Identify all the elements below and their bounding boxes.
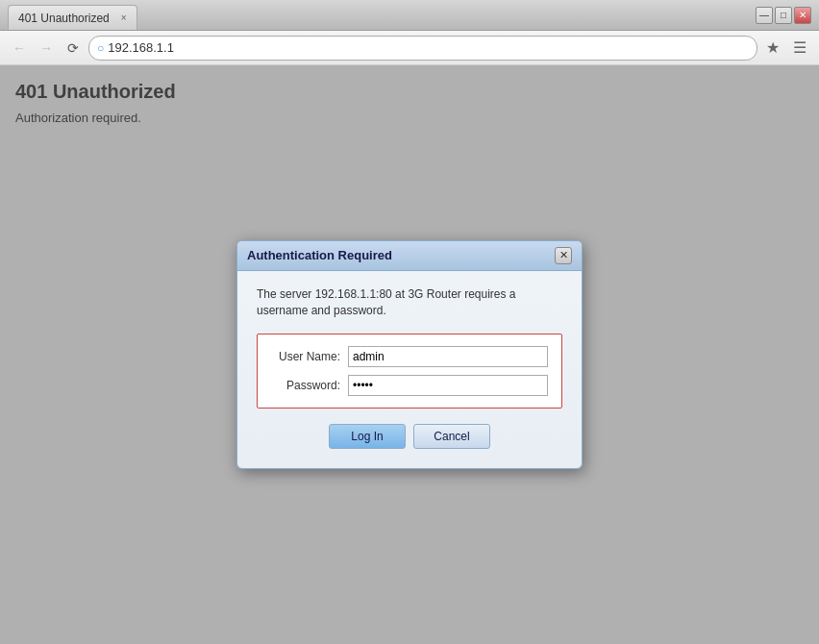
address-input[interactable] [108,40,749,55]
title-bar: 401 Unauthorized × — □ ✕ [0,0,819,31]
fields-container: User Name: Password: [257,334,562,409]
forward-button[interactable]: → [35,37,58,60]
login-button[interactable]: Log In [329,424,406,449]
nav-right-icons: ★ ☰ [761,37,811,60]
dialog-titlebar: Authentication Required ✕ [237,241,582,271]
browser-tab[interactable]: 401 Unauthorized × [8,5,137,30]
menu-icon[interactable]: ☰ [788,37,811,60]
cancel-button[interactable]: Cancel [413,424,490,449]
bookmark-icon[interactable]: ★ [761,37,784,60]
dialog-buttons: Log In Cancel [257,424,562,453]
address-bar-container[interactable]: ○ [88,36,757,61]
tab-close-btn[interactable]: × [117,12,131,25]
auth-dialog: Authentication Required ✕ The server 192… [236,240,583,470]
window-controls: — □ ✕ [748,0,819,30]
address-icon: ○ [97,41,104,55]
username-row: User Name: [271,346,548,367]
tab-bar: 401 Unauthorized × [0,0,748,30]
browser-window: 401 Unauthorized × — □ ✕ ← → ⟳ ○ ★ ☰ 401… [0,0,819,644]
nav-bar: ← → ⟳ ○ ★ ☰ [0,31,819,65]
reload-button[interactable]: ⟳ [62,37,85,60]
close-button[interactable]: ✕ [794,7,811,24]
username-input[interactable] [348,346,548,367]
dialog-message: The server 192.168.1.1:80 at 3G Router r… [257,286,562,319]
username-label: User Name: [271,350,348,363]
dialog-body: The server 192.168.1.1:80 at 3G Router r… [237,271,582,469]
password-row: Password: [271,375,548,396]
page-content: 401 Unauthorized Authorization required.… [0,65,819,644]
minimize-button[interactable]: — [756,7,773,24]
dialog-close-button[interactable]: ✕ [555,247,572,264]
password-label: Password: [271,379,348,392]
password-input[interactable] [348,375,548,396]
back-button[interactable]: ← [8,37,31,60]
dialog-title: Authentication Required [247,248,392,262]
modal-overlay: Authentication Required ✕ The server 192… [0,65,819,644]
tab-title: 401 Unauthorized [18,12,110,25]
maximize-button[interactable]: □ [775,7,792,24]
